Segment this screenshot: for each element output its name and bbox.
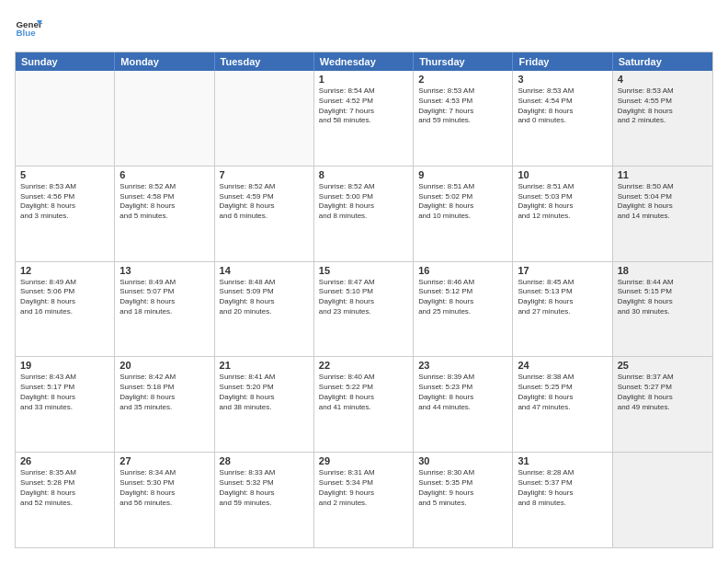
cal-header-day-friday: Friday [513, 52, 612, 71]
cal-cell-r4-c5: 31Sunrise: 8:28 AM Sunset: 5:37 PM Dayli… [513, 453, 612, 547]
cal-cell-r0-c0 [16, 71, 115, 166]
cal-cell-r2-c1: 13Sunrise: 8:49 AM Sunset: 5:07 PM Dayli… [115, 262, 214, 357]
cal-row-2: 12Sunrise: 8:49 AM Sunset: 5:06 PM Dayli… [16, 261, 712, 357]
day-info: Sunrise: 8:46 AM Sunset: 5:12 PM Dayligh… [418, 278, 507, 317]
cal-cell-r4-c0: 26Sunrise: 8:35 AM Sunset: 5:28 PM Dayli… [16, 453, 115, 547]
day-info: Sunrise: 8:35 AM Sunset: 5:28 PM Dayligh… [20, 468, 109, 508]
cal-cell-r1-c1: 6Sunrise: 8:52 AM Sunset: 4:58 PM Daylig… [115, 167, 214, 261]
cal-header-day-wednesday: Wednesday [314, 52, 414, 71]
cal-cell-r1-c5: 10Sunrise: 8:51 AM Sunset: 5:03 PM Dayli… [513, 167, 612, 261]
day-info: Sunrise: 8:41 AM Sunset: 5:20 PM Dayligh… [220, 373, 309, 412]
day-info: Sunrise: 8:50 AM Sunset: 5:04 PM Dayligh… [618, 182, 708, 222]
day-info: Sunrise: 8:30 AM Sunset: 5:35 PM Dayligh… [418, 468, 507, 508]
calendar: SundayMondayTuesdayWednesdayThursdayFrid… [15, 52, 713, 548]
day-info: Sunrise: 8:49 AM Sunset: 5:06 PM Dayligh… [20, 278, 109, 317]
cal-cell-r1-c4: 9Sunrise: 8:51 AM Sunset: 5:02 PM Daylig… [414, 167, 513, 261]
day-info: Sunrise: 8:49 AM Sunset: 5:07 PM Dayligh… [119, 278, 209, 317]
day-number: 2 [418, 74, 507, 85]
day-number: 31 [518, 455, 607, 466]
day-info: Sunrise: 8:42 AM Sunset: 5:18 PM Dayligh… [119, 373, 209, 412]
logo: General Blue [15, 15, 42, 42]
cal-cell-r4-c6 [613, 453, 712, 547]
day-number: 22 [319, 360, 408, 371]
day-info: Sunrise: 8:34 AM Sunset: 5:30 PM Dayligh… [119, 468, 209, 508]
cal-cell-r3-c2: 21Sunrise: 8:41 AM Sunset: 5:20 PM Dayli… [215, 357, 314, 452]
cal-cell-r0-c3: 1Sunrise: 8:54 AM Sunset: 4:52 PM Daylig… [314, 71, 414, 166]
day-number: 7 [220, 169, 309, 180]
day-number: 9 [418, 169, 507, 180]
day-info: Sunrise: 8:40 AM Sunset: 5:22 PM Dayligh… [319, 373, 408, 412]
cal-cell-r3-c6: 25Sunrise: 8:37 AM Sunset: 5:27 PM Dayli… [613, 357, 712, 452]
logo-icon: General Blue [15, 15, 42, 42]
cal-cell-r0-c4: 2Sunrise: 8:53 AM Sunset: 4:53 PM Daylig… [414, 71, 513, 166]
day-number: 13 [119, 265, 209, 276]
day-number: 6 [119, 169, 209, 180]
day-number: 5 [20, 169, 109, 180]
cal-cell-r4-c4: 30Sunrise: 8:30 AM Sunset: 5:35 PM Dayli… [414, 453, 513, 547]
cal-cell-r1-c3: 8Sunrise: 8:52 AM Sunset: 5:00 PM Daylig… [314, 167, 414, 261]
day-info: Sunrise: 8:45 AM Sunset: 5:13 PM Dayligh… [518, 278, 607, 317]
cal-cell-r3-c5: 24Sunrise: 8:38 AM Sunset: 5:25 PM Dayli… [513, 357, 612, 452]
day-number: 15 [319, 265, 408, 276]
cal-cell-r0-c6: 4Sunrise: 8:53 AM Sunset: 4:55 PM Daylig… [613, 71, 712, 166]
day-info: Sunrise: 8:53 AM Sunset: 4:54 PM Dayligh… [518, 86, 607, 126]
day-info: Sunrise: 8:28 AM Sunset: 5:37 PM Dayligh… [518, 468, 607, 508]
day-info: Sunrise: 8:44 AM Sunset: 5:15 PM Dayligh… [618, 278, 708, 317]
cal-cell-r2-c6: 18Sunrise: 8:44 AM Sunset: 5:15 PM Dayli… [613, 262, 712, 357]
day-info: Sunrise: 8:31 AM Sunset: 5:34 PM Dayligh… [319, 468, 408, 508]
cal-cell-r3-c1: 20Sunrise: 8:42 AM Sunset: 5:18 PM Dayli… [115, 357, 214, 452]
svg-text:Blue: Blue [17, 28, 37, 38]
day-number: 8 [319, 169, 408, 180]
cal-header-day-sunday: Sunday [16, 52, 115, 71]
cal-row-3: 19Sunrise: 8:43 AM Sunset: 5:17 PM Dayli… [16, 356, 712, 452]
day-info: Sunrise: 8:51 AM Sunset: 5:03 PM Dayligh… [518, 182, 607, 222]
day-info: Sunrise: 8:47 AM Sunset: 5:10 PM Dayligh… [319, 278, 408, 317]
cal-cell-r2-c4: 16Sunrise: 8:46 AM Sunset: 5:12 PM Dayli… [414, 262, 513, 357]
cal-row-1: 5Sunrise: 8:53 AM Sunset: 4:56 PM Daylig… [16, 166, 712, 261]
cal-header-day-thursday: Thursday [414, 52, 513, 71]
day-info: Sunrise: 8:53 AM Sunset: 4:55 PM Dayligh… [618, 86, 708, 126]
day-number: 26 [20, 455, 109, 466]
day-number: 1 [319, 74, 408, 85]
day-info: Sunrise: 8:51 AM Sunset: 5:02 PM Dayligh… [418, 182, 507, 222]
cal-cell-r1-c0: 5Sunrise: 8:53 AM Sunset: 4:56 PM Daylig… [16, 167, 115, 261]
cal-cell-r4-c1: 27Sunrise: 8:34 AM Sunset: 5:30 PM Dayli… [115, 453, 214, 547]
day-number: 3 [518, 74, 607, 85]
cal-header-day-monday: Monday [115, 52, 214, 71]
day-number: 30 [418, 455, 507, 466]
cal-cell-r2-c0: 12Sunrise: 8:49 AM Sunset: 5:06 PM Dayli… [16, 262, 115, 357]
day-number: 16 [418, 265, 507, 276]
day-number: 28 [220, 455, 309, 466]
cal-row-0: 1Sunrise: 8:54 AM Sunset: 4:52 PM Daylig… [16, 71, 712, 166]
day-number: 27 [119, 455, 209, 466]
day-info: Sunrise: 8:52 AM Sunset: 4:58 PM Dayligh… [119, 182, 209, 222]
day-number: 21 [220, 360, 309, 371]
day-info: Sunrise: 8:43 AM Sunset: 5:17 PM Dayligh… [20, 373, 109, 412]
cal-cell-r2-c3: 15Sunrise: 8:47 AM Sunset: 5:10 PM Dayli… [314, 262, 414, 357]
day-number: 4 [618, 74, 708, 85]
cal-cell-r0-c1 [115, 71, 214, 166]
calendar-header: SundayMondayTuesdayWednesdayThursdayFrid… [16, 52, 712, 71]
calendar-body: 1Sunrise: 8:54 AM Sunset: 4:52 PM Daylig… [16, 71, 712, 547]
day-number: 20 [119, 360, 209, 371]
cal-cell-r0-c5: 3Sunrise: 8:53 AM Sunset: 4:54 PM Daylig… [513, 71, 612, 166]
cal-cell-r0-c2 [215, 71, 314, 166]
day-number: 18 [618, 265, 708, 276]
cal-cell-r4-c2: 28Sunrise: 8:33 AM Sunset: 5:32 PM Dayli… [215, 453, 314, 547]
page: General Blue SundayMondayTuesdayWednesda… [0, 0, 728, 563]
day-number: 29 [319, 455, 408, 466]
cal-cell-r1-c2: 7Sunrise: 8:52 AM Sunset: 4:59 PM Daylig… [215, 167, 314, 261]
day-info: Sunrise: 8:53 AM Sunset: 4:53 PM Dayligh… [418, 86, 507, 126]
day-info: Sunrise: 8:52 AM Sunset: 4:59 PM Dayligh… [220, 182, 309, 222]
day-number: 17 [518, 265, 607, 276]
cal-cell-r2-c5: 17Sunrise: 8:45 AM Sunset: 5:13 PM Dayli… [513, 262, 612, 357]
day-info: Sunrise: 8:53 AM Sunset: 4:56 PM Dayligh… [20, 182, 109, 222]
day-number: 11 [618, 169, 708, 180]
cal-header-day-saturday: Saturday [613, 52, 712, 71]
cal-row-4: 26Sunrise: 8:35 AM Sunset: 5:28 PM Dayli… [16, 452, 712, 547]
day-info: Sunrise: 8:38 AM Sunset: 5:25 PM Dayligh… [518, 373, 607, 412]
day-info: Sunrise: 8:33 AM Sunset: 5:32 PM Dayligh… [220, 468, 309, 508]
cal-cell-r3-c0: 19Sunrise: 8:43 AM Sunset: 5:17 PM Dayli… [16, 357, 115, 452]
day-number: 19 [20, 360, 109, 371]
cal-cell-r3-c4: 23Sunrise: 8:39 AM Sunset: 5:23 PM Dayli… [414, 357, 513, 452]
